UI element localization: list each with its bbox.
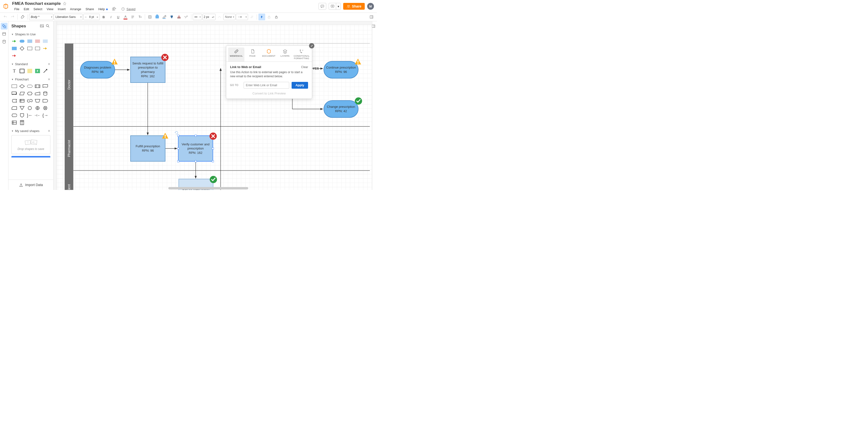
menu-view[interactable]: View [44, 7, 56, 11]
shape-terminator-blue[interactable] [19, 38, 25, 44]
shape-note[interactable] [27, 68, 33, 74]
section-shapes-in-use[interactable]: ▼Shapes In Use [9, 31, 52, 37]
close-saved-icon[interactable]: ✕ [48, 129, 51, 133]
shape-rect-blue[interactable] [27, 38, 33, 44]
font-size-decrease[interactable]: − [84, 15, 88, 19]
panels-toggle-button[interactable] [368, 13, 375, 20]
swimlane-patient[interactable]: Patient [65, 171, 73, 190]
swap-arrows-button[interactable] [248, 13, 255, 20]
more-shapes-button[interactable] [11, 156, 51, 157]
fc-predefined[interactable] [35, 84, 40, 89]
popover-apply-button[interactable]: Apply [291, 82, 308, 89]
font-family-select[interactable]: Liberation Sans [54, 14, 83, 20]
popover-tab-layers[interactable]: LAYERS [277, 48, 293, 62]
node-diagnose[interactable]: Diagnoses problemRPN: 96 [80, 61, 115, 79]
menu-share[interactable]: Share [83, 7, 96, 11]
fill-color-button[interactable] [154, 13, 161, 20]
comment-button[interactable] [318, 3, 326, 10]
shape-line-arrow[interactable] [42, 68, 48, 74]
section-standard[interactable]: ▼Standard✕ [9, 61, 52, 67]
fc-database[interactable] [42, 91, 48, 96]
fc-brace-left[interactable]: {→ [42, 113, 48, 118]
rail-shapes-icon[interactable] [1, 23, 7, 30]
line-style-select[interactable] [193, 14, 202, 20]
section-flowchart[interactable]: ▼Flowchart✕ [9, 76, 52, 83]
user-avatar[interactable]: M [367, 3, 374, 10]
text-options-button[interactable]: T▾ [136, 13, 144, 20]
document-title[interactable]: FMEA flowchart example [12, 1, 61, 6]
arrow-start-select[interactable]: None [223, 14, 236, 20]
saved-label[interactable]: Saved [126, 7, 135, 11]
drop-shapes-zone[interactable]: T Drop shapes to save [11, 135, 51, 154]
fc-display[interactable] [11, 113, 17, 118]
lock-closed-button[interactable] [273, 13, 280, 20]
fc-preparation[interactable] [27, 91, 33, 96]
fc-connector[interactable] [27, 105, 33, 111]
fc-terminator[interactable] [27, 84, 33, 89]
popover-clear-button[interactable]: Clear [301, 65, 308, 69]
font-size-value[interactable]: 8 pt [88, 15, 95, 19]
app-logo[interactable] [3, 3, 9, 9]
shape-rect-filled[interactable] [11, 46, 17, 51]
shape-library-icon[interactable] [40, 24, 44, 29]
shape-text[interactable]: T [11, 68, 17, 74]
underline-button[interactable]: U [115, 13, 122, 20]
node-change[interactable]: Change prescriptionRPN: 42 [323, 100, 359, 118]
popover-convert-link[interactable]: Convert to Link Preview [230, 92, 308, 95]
border-color-button[interactable] [161, 13, 168, 20]
lock-button[interactable] [266, 13, 273, 20]
search-shapes-icon[interactable] [45, 24, 51, 29]
fc-offpage[interactable] [19, 113, 25, 118]
fc-card[interactable] [11, 105, 17, 111]
sel-handle-s[interactable] [195, 160, 197, 162]
align-button[interactable] [129, 13, 136, 20]
shape-rect-outline[interactable] [27, 46, 33, 51]
fc-manual-input[interactable] [35, 91, 40, 96]
fc-multidoc[interactable] [11, 91, 17, 96]
line-width-select[interactable]: 2 px▴▾ [203, 14, 216, 20]
shape-diamond[interactable] [19, 46, 25, 51]
fc-delay[interactable] [42, 98, 48, 103]
gradient-button[interactable] [176, 13, 182, 20]
undo-button[interactable] [2, 13, 9, 20]
favorite-star-icon[interactable] [63, 2, 67, 6]
swimlane-doctor[interactable]: Doctor [65, 43, 73, 126]
present-button[interactable]: ▾ [329, 3, 341, 10]
fc-brace-right[interactable]: }← [27, 113, 33, 118]
popover-tab-webemail[interactable]: WEB/EMAIL [228, 48, 244, 62]
popover-url-input[interactable] [244, 82, 289, 89]
rail-container-icon[interactable] [1, 31, 7, 37]
magic-button[interactable] [183, 13, 190, 20]
line-direction-button[interactable] [216, 13, 223, 20]
menu-insert[interactable]: Insert [56, 7, 68, 11]
shape-red-arrow[interactable] [11, 53, 17, 58]
menu-edit[interactable]: Edit [22, 7, 31, 11]
import-data-button[interactable]: Import Data [8, 180, 53, 190]
popover-tab-document[interactable]: DOCUMENT [260, 48, 277, 62]
bold-button[interactable]: B [100, 13, 107, 20]
redo-button[interactable] [9, 13, 16, 20]
shape-yellow-arrow[interactable] [42, 46, 48, 51]
menu-arrange[interactable]: Arrange [68, 7, 83, 11]
section-saved-shapes[interactable]: ▼My saved shapes✕ [9, 128, 52, 134]
fc-note-right[interactable]: ⊣← [35, 113, 40, 118]
shape-rect-lightblue[interactable] [42, 38, 48, 44]
popover-tab-conditional[interactable]: CONDITIONAL FORMATTING [293, 48, 310, 62]
paint-format-button[interactable] [19, 13, 26, 20]
sel-handle-e[interactable] [212, 148, 214, 150]
shape-rect-pink[interactable] [35, 38, 40, 44]
sel-handle-n[interactable] [195, 135, 197, 137]
swimlane-pharmacist[interactable]: Pharmacist [65, 127, 73, 170]
menu-help[interactable]: Help [96, 7, 110, 11]
fc-data[interactable] [19, 91, 25, 96]
present-play-icon[interactable] [329, 3, 336, 9]
fc-internal-storage[interactable] [19, 98, 25, 103]
node-fulfill[interactable]: Fulfill prescriptionRPN: 96 [130, 135, 165, 162]
shape-green-arrow[interactable] [11, 38, 17, 44]
fc-swimlane-h[interactable] [11, 120, 17, 125]
font-size-increase[interactable]: + [95, 15, 99, 19]
shape-options-button[interactable] [147, 13, 153, 20]
action-lightning-button[interactable] [258, 13, 265, 20]
fc-manual-op[interactable] [35, 98, 40, 103]
menu-select[interactable]: Select [31, 7, 44, 11]
